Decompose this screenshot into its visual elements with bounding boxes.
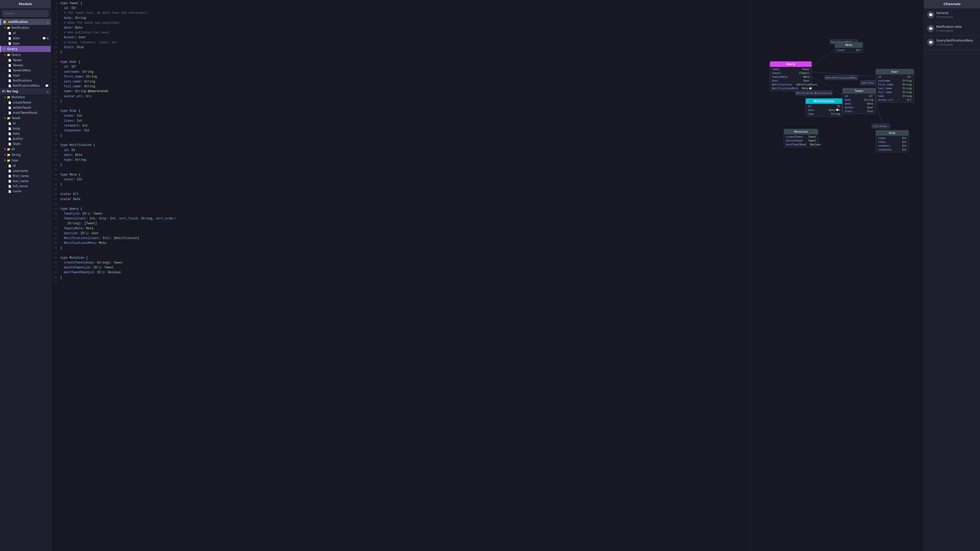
code-line-28: 28 } bbox=[51, 133, 750, 138]
node-stat-row-likes[interactable]: likesInt bbox=[876, 140, 908, 144]
code-line-46: 46 TweetsMeta: Meta bbox=[51, 226, 750, 231]
code-line-51: 51 bbox=[51, 251, 750, 256]
node-query-row-user[interactable]: UserUser bbox=[770, 79, 811, 83]
svg-rect-12 bbox=[795, 91, 832, 95]
node-tweet-row-body[interactable]: bodyString bbox=[843, 98, 875, 102]
diagram-node-stat[interactable]: Stat viewsInt likesInt retweetsInt respo… bbox=[876, 130, 909, 152]
chat-badge: 💬 bbox=[45, 84, 49, 87]
node-user-row-fullname[interactable]: full_nameString bbox=[876, 90, 914, 94]
code-line-10: 10 Stats: Stat bbox=[51, 45, 750, 50]
tree-tweet-id[interactable]: 📄 id bbox=[2, 121, 51, 126]
node-tweet-row-id[interactable]: idID! bbox=[843, 94, 875, 98]
tree-query-tweet[interactable]: 📄 Tweet bbox=[2, 58, 51, 63]
tree-query-notifications[interactable]: 📄 Notifications bbox=[2, 78, 51, 83]
node-mutation-row-deletetweet[interactable]: deleteTweetTweet bbox=[784, 139, 818, 143]
group-notification[interactable]: 🔔 notification ▲ bbox=[0, 19, 51, 25]
node-notification-header: Notification bbox=[806, 98, 842, 104]
group-query[interactable]: ⬡ Query ▲ bbox=[0, 46, 51, 52]
node-tweet-row-author[interactable]: AuthorUser bbox=[843, 106, 875, 110]
tree-user-id[interactable]: 📄 id bbox=[2, 163, 51, 168]
code-line-44: 44 Tweet(id: ID!): Tweet bbox=[51, 211, 750, 216]
code-line-9: 9 # Views, retweets, likes, etc bbox=[51, 40, 750, 45]
node-notification-row-id[interactable]: idID bbox=[806, 104, 842, 108]
node-stat-row-retweets[interactable]: retweetsInt bbox=[876, 144, 908, 148]
tree-user-lastname[interactable]: 📄 last_name bbox=[2, 179, 51, 184]
file-icon: 📄 bbox=[8, 84, 11, 87]
tree-user-username[interactable]: 📄 username bbox=[2, 168, 51, 173]
node-stat-header: Stat bbox=[876, 130, 908, 136]
diagram-node-mutation[interactable]: Mutation createTweetTweet deleteTweetTwe… bbox=[784, 129, 818, 147]
tree-createtweet[interactable]: 📄 createTweet bbox=[2, 100, 51, 105]
file-icon: 📄 bbox=[8, 175, 11, 178]
node-query-row-notificationsmeta[interactable]: NotificationsMetaMeta 💬 bbox=[770, 86, 811, 90]
diagram-area: Meta:TweetsMeta Meta:NotificationsMeta U… bbox=[750, 0, 924, 551]
node-user-row-firstname[interactable]: first_nameString bbox=[876, 83, 914, 86]
tree-query-notificationsmeta[interactable]: 📄 NotificationsMeta 💬 bbox=[2, 83, 51, 88]
tree-notification-id[interactable]: 📄 id bbox=[2, 30, 51, 36]
tree-tweet-date[interactable]: 📄 date bbox=[2, 131, 51, 136]
tree-tweet-author[interactable]: 📄 Author bbox=[2, 136, 51, 141]
channel-general[interactable]: 💬 General 0 messages bbox=[924, 8, 980, 22]
tree-tweet-body[interactable]: 📄 body bbox=[2, 126, 51, 131]
node-tweet-row-date[interactable]: dateDate bbox=[843, 102, 875, 106]
node-mutation-row-createtweet[interactable]: createTweetTweet bbox=[784, 135, 818, 139]
node-query-row-tweetsmeta[interactable]: TweetsMetaMeta bbox=[770, 75, 811, 79]
diagram-node-meta[interactable]: Meta countInt bbox=[835, 42, 863, 53]
channel-query-notificationsmeta[interactable]: 💬 Query.NotificationsMeta 1 messages bbox=[924, 36, 980, 49]
code-line-7: 7 # Who published the tweet bbox=[51, 30, 750, 35]
channels-title: Channels bbox=[924, 0, 980, 8]
query-folder[interactable]: ▼ 📁 Query bbox=[2, 52, 51, 58]
string-folder[interactable]: ▼ 📁 String bbox=[2, 152, 51, 158]
node-tweet-row-stats[interactable]: StatsStat bbox=[843, 110, 875, 113]
node-stat-row-responses[interactable]: responsesInt bbox=[876, 148, 908, 151]
tree-query-tweets[interactable]: 📄 Tweets bbox=[2, 63, 51, 68]
node-user-row-username[interactable]: usernameString bbox=[876, 79, 914, 83]
node-user-row-id[interactable]: idID! bbox=[876, 75, 914, 79]
node-query-row-notifications[interactable]: Notifications[Notification] bbox=[770, 83, 811, 86]
node-meta-row-count[interactable]: countInt bbox=[835, 48, 862, 52]
tree-marktweetread[interactable]: 📄 markTweetRead bbox=[2, 110, 51, 115]
id-folder[interactable]: ▼ 📁 ID bbox=[2, 146, 51, 152]
notification-folder[interactable]: ▼ 📁 Notification bbox=[2, 25, 51, 30]
channel-general-count: 0 messages bbox=[936, 15, 977, 19]
tree-user-fullname[interactable]: 📄 full_name bbox=[2, 184, 51, 189]
tree-deletetweet[interactable]: 📄 deleteTweet bbox=[2, 105, 51, 110]
mutation-folder[interactable]: ▼ 📁 Mutation bbox=[2, 94, 51, 100]
node-user-row-avatarurl[interactable]: avatar_urlUrl bbox=[876, 98, 914, 102]
code-line-21: 21 } bbox=[51, 99, 750, 104]
diagram-node-user[interactable]: User idID! usernameString first_nameStri… bbox=[876, 69, 914, 103]
node-query-row-tweets[interactable]: Tweets[Tweet] bbox=[770, 71, 811, 75]
group-notag[interactable]: 🏷 No tag ▲ bbox=[0, 88, 51, 94]
node-notification-row-date[interactable]: dateDate 💬⧉ bbox=[806, 108, 842, 112]
node-stat-row-views[interactable]: viewsInt bbox=[876, 136, 908, 140]
tweet-folder[interactable]: ▼ 📁 Tweet bbox=[2, 115, 51, 121]
code-line-50: 50 } bbox=[51, 246, 750, 251]
tree-user-firstname[interactable]: 📄 first_name bbox=[2, 173, 51, 179]
diagram-canvas[interactable]: Meta:TweetsMeta Meta:NotificationsMeta U… bbox=[751, 0, 924, 551]
code-line-45: 45 Tweets(limit: Int, skip: Int, sort_fi… bbox=[51, 216, 750, 226]
node-user-row-name[interactable]: nameString bbox=[876, 94, 914, 98]
tree-query-tweetsmeta[interactable]: 📄 TweetsMeta bbox=[2, 68, 51, 73]
tree-notification-type[interactable]: 📄 type bbox=[2, 41, 51, 46]
diagram-node-query[interactable]: Query TweetTweet Tweets[Tweet] TweetsMet… bbox=[770, 61, 812, 91]
node-mutation-row-marktweetread[interactable]: markTweetReadBoolean bbox=[784, 143, 818, 146]
tree-notification-date[interactable]: 📄 date 💬 ⧉ bbox=[2, 36, 51, 41]
diagram-node-tweet[interactable]: Tweet idID! bodyString dateDate AuthorUs… bbox=[842, 88, 876, 114]
channel-notification-date[interactable]: 💬 Notification.date 1 messages bbox=[924, 22, 980, 36]
diagram-node-notification[interactable]: Notification idID dateDate 💬⧉ typeString bbox=[805, 98, 842, 117]
svg-text:Notification:Notifications: Notification:Notifications bbox=[797, 92, 832, 94]
code-editor[interactable]: 1 type Tweet { 2 id: ID! 3 # The tweet t… bbox=[51, 0, 750, 286]
node-notification-row-type[interactable]: typeString bbox=[806, 112, 842, 116]
node-query-row-tweet[interactable]: TweetTweet bbox=[770, 67, 811, 71]
user-folder[interactable]: ▼ 📁 User bbox=[2, 158, 51, 163]
search-input[interactable] bbox=[2, 10, 49, 17]
channel-notif-name: Notification.date bbox=[936, 25, 977, 29]
tree-query-user[interactable]: 📄 User bbox=[2, 73, 51, 78]
file-icon: 📄 bbox=[8, 64, 11, 67]
tree-tweet-stats[interactable]: 📄 Stats bbox=[2, 141, 51, 146]
code-line-48: 48 Notifications(limit: Int): [Notificat… bbox=[51, 236, 750, 241]
tree-user-name[interactable]: 📄 name bbox=[2, 189, 51, 194]
node-user-row-lastname[interactable]: last_nameString bbox=[876, 86, 914, 90]
code-line-47: 47 User(id: ID!): User bbox=[51, 231, 750, 236]
folder-icon: 📁 bbox=[7, 148, 11, 151]
